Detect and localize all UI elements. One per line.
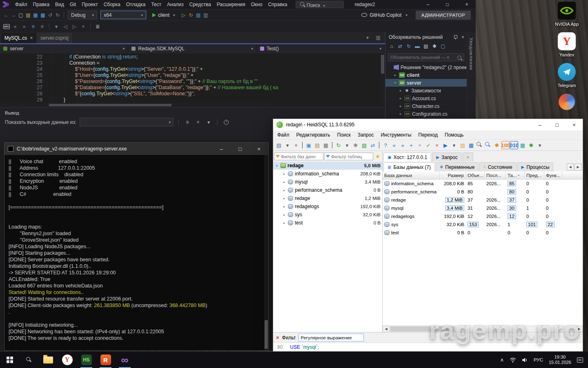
open-sql-icon[interactable]: ▨ <box>459 141 467 149</box>
maximize-button[interactable]: □ <box>548 119 566 130</box>
run-client-button[interactable]: client ▾ <box>149 11 178 19</box>
start-without-debugging-icon[interactable]: ▷ <box>180 11 187 19</box>
database-tree-item[interactable]: ▸redage1,2 MiB <box>273 194 382 202</box>
grid-cell[interactable]: 31 <box>466 206 485 211</box>
expand-arrow-icon[interactable]: ▸ <box>399 96 403 100</box>
save-all-icon[interactable]: ▩ <box>39 11 47 19</box>
network-icon[interactable] <box>510 357 516 363</box>
home-icon[interactable]: ⌂ <box>388 43 395 50</box>
breadcrumb-1[interactable]: Redage.SDK.MySQL▾ <box>128 44 256 53</box>
vs-menu-item-0[interactable]: Файл <box>12 0 30 9</box>
stop-icon[interactable]: × <box>433 141 441 149</box>
maximize-button[interactable]: □ <box>439 0 457 9</box>
profiler-icon[interactable]: ▤ <box>195 11 202 19</box>
database-tree-item[interactable]: ▸test0 B <box>273 219 382 227</box>
grid-column-header[interactable]: Та...▾ <box>506 171 525 179</box>
grid-cell[interactable]: 0 <box>544 189 562 194</box>
grid-cell[interactable]: 80 <box>506 189 525 195</box>
grid-column-header[interactable]: Функ... <box>544 171 562 179</box>
grid-cell[interactable]: 0 B <box>440 230 466 235</box>
grid-column-header[interactable]: Посл... <box>485 171 506 179</box>
close-button[interactable]: × <box>249 143 268 155</box>
vs-menu-item-9[interactable]: Средства <box>187 0 214 9</box>
vs-menu-item-12[interactable]: Справка <box>265 0 290 9</box>
output-panel-title[interactable]: Вывод <box>0 108 385 118</box>
editor-tab-0[interactable]: MySQL.cs× <box>1 33 36 43</box>
execute-icon[interactable]: ▶ <box>441 141 450 149</box>
grid-cell[interactable]: 80 <box>466 189 485 194</box>
vs-menu-item-1[interactable]: Правка <box>30 0 53 9</box>
grid-row[interactable]: redage1,2 MiB372026...3700 <box>383 196 583 204</box>
grid-filter-input[interactable] <box>298 334 364 341</box>
grid-cell[interactable]: 0 B <box>440 189 466 194</box>
expand-arrow-icon[interactable]: ▸ <box>399 89 403 92</box>
grid-cell[interactable]: 0 <box>525 197 544 202</box>
taskbar-ragemp-button[interactable]: R <box>96 352 115 368</box>
database-tree-item[interactable]: ▸redagelogs192,0 KiB <box>273 202 382 211</box>
grid-row[interactable]: sys32,0 KiB1532026...110122 <box>383 220 583 229</box>
apply-edit-icon[interactable]: ✓ <box>424 141 432 149</box>
solution-search-box[interactable] <box>388 53 464 61</box>
heidisql-title-bar[interactable]: redage\ - HeidiSQL 11.3.0.6295 – □ × <box>273 119 583 130</box>
tools-icon[interactable]: ✱ <box>527 141 535 149</box>
scroll-left-icon[interactable]: ◀ <box>383 326 390 332</box>
properties-icon[interactable]: ✱ <box>431 43 438 50</box>
clear-filter-icon[interactable]: × <box>276 334 279 341</box>
expand-arrow-icon[interactable]: ▸ <box>282 213 286 217</box>
table-filter-input[interactable] <box>331 154 372 159</box>
grid-cell[interactable]: information_schema <box>383 181 440 186</box>
split-window-icon[interactable]: ▥ <box>374 34 382 41</box>
platform-dropdown[interactable]: x64▾ <box>100 11 146 19</box>
notifications-tab[interactable]: Уведомления <box>469 38 474 70</box>
vs-menu-item-6[interactable]: Отладка <box>123 0 148 9</box>
grid-cell[interactable]: 153 <box>466 222 485 227</box>
unindent-icon[interactable]: « <box>11 23 19 30</box>
refresh-dropdown-icon[interactable]: ▾ <box>343 141 351 149</box>
vs-menu-item-7[interactable]: Тест <box>148 0 164 9</box>
code-line[interactable]: 26 $"Password={config.TryGet<string>("Pa… <box>0 79 385 85</box>
expand-arrow-icon[interactable]: ▸ <box>282 221 286 225</box>
database-tree-item[interactable]: ▸information_schema208,0 KiB <box>273 170 382 178</box>
minimize-button[interactable]: – <box>212 143 231 155</box>
grid-cell[interactable]: 1,2 MiB <box>440 197 466 203</box>
grid-cell[interactable]: 3,4 MiB <box>440 205 466 211</box>
vs-menu-item-4[interactable]: Проект <box>79 0 101 9</box>
expand-arrow-icon[interactable]: ▸ <box>393 73 397 77</box>
session-tree-item[interactable]: ▾ redage 5,0 MiB <box>273 162 382 170</box>
grid-cell[interactable]: redagelogs <box>383 214 440 219</box>
subtab-3[interactable]: ▶Процессы <box>517 162 554 171</box>
paste-icon[interactable]: ▤ <box>313 141 321 149</box>
code-line[interactable]: 25 $"User={config.TryGet<string>("User",… <box>0 72 385 79</box>
insert-row-icon[interactable]: + <box>407 141 415 149</box>
grid-cell[interactable]: 0 <box>544 181 562 186</box>
code-line[interactable]: 23 Connection = <box>0 60 385 66</box>
language-indicator[interactable]: РУС <box>534 357 543 362</box>
grid-column-header[interactable]: Пред... <box>525 171 544 179</box>
heidi-menu-item-1[interactable]: Редактировать <box>296 132 330 138</box>
minimize-button[interactable]: – <box>531 119 548 130</box>
pin-icon[interactable] <box>453 35 458 40</box>
cancel-edit-icon[interactable]: × <box>416 141 424 149</box>
find-replace-icon[interactable] <box>484 141 492 149</box>
prev-bookmark-icon[interactable]: ◁ <box>62 23 69 30</box>
host-tab[interactable]: ▣ Хост: 127.0.0.1 <box>383 153 431 162</box>
nav-back-icon[interactable]: ← <box>2 11 10 19</box>
solution-search-input[interactable] <box>390 55 454 60</box>
editor-horizontal-scrollbar[interactable] <box>0 103 385 107</box>
subtab-1[interactable]: ✱Переменные <box>436 162 479 171</box>
save-sql-icon[interactable]: ▦ <box>467 141 475 149</box>
solution-tree-item[interactable]: Решение "redagev2" (2 проек <box>385 63 467 71</box>
scroll-right-icon[interactable]: ▶ <box>576 326 583 332</box>
grid-cell[interactable]: 0 <box>466 230 485 235</box>
expand-arrow-icon[interactable]: ▸ <box>282 197 286 200</box>
document-list-icon[interactable]: ▾ <box>364 34 371 41</box>
grid-cell[interactable]: 32,0 KiB <box>440 222 466 227</box>
console-title-bar[interactable]: C:\bobr\redage_v2-main\server\ragemp-ser… <box>4 143 268 155</box>
grid-cell[interactable]: 2026... <box>485 214 506 219</box>
grid-cell[interactable]: test <box>383 230 440 235</box>
heidi-menu-item-4[interactable]: Инструменты <box>381 132 411 138</box>
grid-cell[interactable]: 0 <box>544 206 562 211</box>
grid-row[interactable]: information_schema208,0 KiB852026...8500 <box>383 180 583 188</box>
code-line[interactable]: 28 $"{config.TryGet<string>("SSL", "SslM… <box>0 91 385 97</box>
export-database-icon[interactable]: ▧ <box>360 141 368 149</box>
